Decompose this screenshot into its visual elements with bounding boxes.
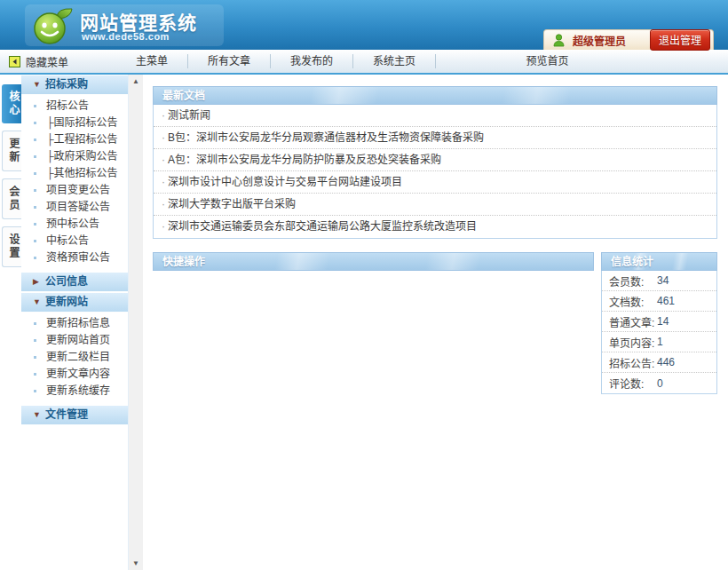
sidebar-item[interactable]: ├其他招标公告 bbox=[21, 165, 128, 182]
hide-menu-label: 隐藏菜单 bbox=[26, 54, 68, 69]
sidebar-section-header[interactable]: ▼文件管理 bbox=[21, 405, 128, 425]
stat-label: 文档数: bbox=[609, 294, 657, 309]
sidebar-section-header[interactable]: ▶公司信息 bbox=[21, 272, 128, 292]
sidebar-section-items: 更新招标信息更新网站首页更新二级栏目更新文章内容更新系统缓存 bbox=[21, 313, 128, 405]
doc-list-item[interactable]: 深圳大学数字出版平台采购 bbox=[154, 194, 716, 216]
doc-list-item[interactable]: B包：深圳市公安局龙华分局观察通信器材及生活物资保障装备采购 bbox=[154, 127, 716, 149]
module-tab-会员[interactable]: 会员 bbox=[2, 178, 21, 219]
chevron-down-icon: ▼ bbox=[33, 292, 44, 313]
latest-docs-panel: 最新文档 测试新闻B包：深圳市公安局龙华分局观察通信器材及生活物资保障装备采购A… bbox=[153, 86, 717, 239]
stat-row: 招标公告:446 bbox=[602, 352, 716, 373]
sidebar-menu: ▼招标采购招标公告├国际招标公告├工程招标公告├政府采购公告├其他招标公告项目变… bbox=[21, 75, 129, 570]
app-header: 网站管理系统 www.dede58.com 超级管理员 退出管理 bbox=[0, 0, 728, 50]
nav-item[interactable]: 主菜单 bbox=[116, 54, 187, 68]
bottom-row: 快捷操作 信息统计 会员数:34文档数:461普通文章:14单页内容:1招标公告… bbox=[153, 252, 717, 394]
doc-list-item[interactable]: A包：深圳市公安局龙华分局防护防暴及反恐处突装备采购 bbox=[154, 149, 716, 171]
latest-docs-header: 最新文档 bbox=[153, 86, 717, 105]
top-navbar: 隐藏菜单 主菜单所有文章我发布的系统主页预览首页 bbox=[0, 50, 728, 75]
sidebar-item[interactable]: 更新系统缓存 bbox=[21, 383, 128, 400]
app-subtitle: www.dede58.com bbox=[82, 31, 170, 42]
nav-item[interactable]: 所有文章 bbox=[187, 54, 270, 68]
frame-scrollbar[interactable]: ▲ ▼ bbox=[129, 75, 143, 570]
sidebar-item[interactable]: ├政府采购公告 bbox=[21, 148, 128, 165]
nav-item[interactable]: 预览首页 bbox=[435, 54, 659, 68]
stat-value: 461 bbox=[657, 295, 675, 307]
stat-value: 0 bbox=[657, 377, 663, 390]
quick-actions-panel: 快捷操作 bbox=[153, 252, 594, 394]
sidebar-section-items: 招标公告├国际招标公告├工程招标公告├政府采购公告├其他招标公告项目变更公告项目… bbox=[21, 95, 128, 272]
doc-list-item[interactable]: 测试新闻 bbox=[154, 105, 716, 127]
sidebar-section-label: 更新网站 bbox=[45, 292, 88, 313]
sidebar-item[interactable]: 项目变更公告 bbox=[21, 182, 128, 199]
stat-label: 普通文章: bbox=[609, 314, 657, 329]
stat-value: 446 bbox=[657, 356, 675, 368]
sidebar-item[interactable]: 项目答疑公告 bbox=[21, 199, 128, 216]
chevron-down-icon: ▼ bbox=[33, 405, 44, 425]
stat-row: 单页内容:1 bbox=[602, 332, 716, 352]
stat-row: 文档数:461 bbox=[602, 291, 716, 312]
sidebar-item[interactable]: 中标公告 bbox=[21, 233, 128, 249]
stat-row: 会员数:34 bbox=[602, 271, 716, 291]
user-icon bbox=[553, 34, 565, 47]
nav-item[interactable]: 我发布的 bbox=[270, 54, 352, 68]
sidebar-section-header[interactable]: ▼更新网站 bbox=[21, 292, 128, 313]
module-tabstrip: 核心更新会员设置 bbox=[0, 75, 21, 570]
admin-bar: 超级管理员 退出管理 bbox=[543, 29, 714, 50]
sidebar-item[interactable]: 更新二级栏目 bbox=[21, 349, 128, 366]
main-area: 核心更新会员设置 ▼招标采购招标公告├国际招标公告├工程招标公告├政府采购公告├… bbox=[0, 75, 728, 570]
logout-button[interactable]: 退出管理 bbox=[650, 29, 710, 51]
sidebar-item[interactable]: 预中标公告 bbox=[21, 216, 128, 233]
scroll-down-icon[interactable]: ▼ bbox=[129, 559, 143, 567]
stats-panel: 信息统计 会员数:34文档数:461普通文章:14单页内容:1招标公告:446评… bbox=[601, 252, 717, 394]
stat-value: 34 bbox=[657, 274, 669, 287]
admin-username: 超级管理员 bbox=[573, 33, 626, 48]
latest-docs-list: 测试新闻B包：深圳市公安局龙华分局观察通信器材及生活物资保障装备采购A包：深圳市… bbox=[153, 105, 717, 239]
stats-header: 信息统计 bbox=[601, 252, 717, 271]
sidebar-item[interactable]: 更新招标信息 bbox=[21, 315, 128, 332]
sidebar-section-label: 公司信息 bbox=[45, 272, 88, 292]
doc-list-item[interactable]: 深圳市设计中心创意设计与交易平台网站建设项目 bbox=[154, 171, 716, 194]
sidebar-item[interactable]: 更新网站首页 bbox=[21, 332, 128, 349]
quick-actions-header: 快捷操作 bbox=[153, 252, 594, 271]
sidebar-section-label: 文件管理 bbox=[45, 405, 88, 425]
sidebar-item[interactable]: ├国际招标公告 bbox=[21, 115, 128, 131]
stat-value: 14 bbox=[657, 315, 669, 328]
stat-value: 1 bbox=[657, 336, 663, 348]
stat-label: 招标公告: bbox=[609, 355, 657, 370]
sidebar-section-header[interactable]: ▼招标采购 bbox=[21, 75, 128, 95]
sidebar-section-label: 招标采购 bbox=[45, 75, 88, 95]
nav-item[interactable]: 系统主页 bbox=[352, 54, 435, 68]
module-tab-更新[interactable]: 更新 bbox=[2, 131, 21, 171]
stat-row: 普通文章:14 bbox=[602, 312, 716, 332]
sidebar-item[interactable]: 资格预审公告 bbox=[21, 249, 128, 266]
stat-row: 评论数:0 bbox=[602, 373, 716, 393]
sidebar-item[interactable]: 招标公告 bbox=[21, 98, 128, 115]
content-area: 最新文档 测试新闻B包：深圳市公安局龙华分局观察通信器材及生活物资保障装备采购A… bbox=[143, 75, 728, 570]
scroll-up-icon[interactable]: ▲ bbox=[129, 77, 143, 85]
module-tab-核心[interactable]: 核心 bbox=[2, 84, 21, 123]
sidebar-item[interactable]: 更新文章内容 bbox=[21, 366, 128, 383]
doc-list-item[interactable]: 深圳市交通运输委员会东部交通运输局公路大厦监控系统改造项目 bbox=[154, 216, 716, 238]
module-tab-设置[interactable]: 设置 bbox=[2, 226, 21, 267]
stat-label: 会员数: bbox=[609, 273, 657, 289]
chevron-down-icon: ▼ bbox=[33, 75, 44, 95]
sidebar-item[interactable]: ├工程招标公告 bbox=[21, 131, 128, 148]
hide-menu-button[interactable]: 隐藏菜单 bbox=[9, 54, 68, 69]
stats-list: 会员数:34文档数:461普通文章:14单页内容:1招标公告:446评论数:0 bbox=[601, 271, 717, 394]
chevron-right-icon: ▶ bbox=[33, 272, 44, 292]
stat-label: 评论数: bbox=[609, 376, 657, 391]
smiley-logo-icon bbox=[32, 5, 75, 49]
navbar-menu: 主菜单所有文章我发布的系统主页预览首页 bbox=[116, 50, 659, 73]
stat-label: 单页内容: bbox=[609, 335, 657, 350]
hide-menu-icon bbox=[9, 56, 20, 67]
